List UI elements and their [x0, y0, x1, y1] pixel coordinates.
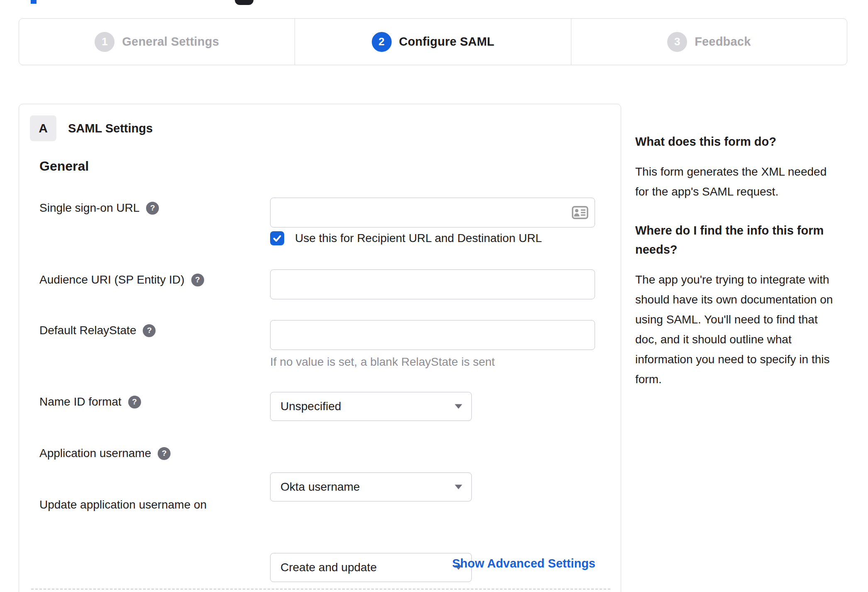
step-feedback[interactable]: 3 Feedback — [571, 19, 847, 65]
panel-section-dashed-divider — [31, 589, 610, 590]
relaystate-input-wrap — [270, 320, 595, 350]
audience-uri-label: Audience URI (SP Entity ID) — [39, 273, 185, 286]
sso-url-input-wrap — [270, 198, 595, 228]
panel-title: SAML Settings — [68, 115, 153, 141]
app-username-selected-value: Okta username — [280, 480, 360, 494]
step-label: Configure SAML — [399, 35, 495, 49]
audience-uri-input-wrap — [270, 269, 595, 299]
recipient-url-checkbox[interactable] — [270, 231, 284, 245]
help-icon[interactable]: ? — [146, 202, 159, 215]
sidebar-answer-1: This form generates the XML needed for t… — [635, 162, 848, 202]
clipped-header-logo-fragment — [31, 0, 37, 4]
chevron-down-icon — [455, 485, 462, 489]
relaystate-label-row: Default RelayState ? — [39, 324, 156, 337]
nameid-selected-value: Unspecified — [280, 400, 341, 413]
nameid-select[interactable]: Unspecified — [270, 392, 472, 421]
help-sidebar: What does this form do? This form genera… — [635, 132, 848, 409]
app-username-label: Application username — [39, 447, 151, 460]
help-icon[interactable]: ? — [143, 324, 156, 337]
sso-url-label-row: Single sign-on URL ? — [39, 201, 159, 215]
section-a-badge: A — [30, 115, 56, 141]
step-number-badge: 3 — [667, 32, 687, 52]
relaystate-input[interactable] — [270, 320, 595, 350]
help-icon[interactable]: ? — [128, 396, 141, 409]
step-number-badge: 2 — [372, 32, 392, 52]
step-label: Feedback — [695, 35, 751, 49]
sso-url-input[interactable] — [270, 198, 595, 228]
sso-url-label: Single sign-on URL — [39, 201, 139, 215]
step-number-badge: 1 — [95, 32, 115, 52]
sidebar-question-1: What does this form do? — [635, 132, 848, 151]
app-username-label-row: Application username ? — [39, 447, 171, 460]
update-username-label: Update application username on — [39, 498, 207, 511]
nameid-label-row: Name ID format ? — [39, 395, 141, 409]
sidebar-answer-2: The app you're trying to integrate with … — [635, 270, 848, 389]
audience-uri-label-row: Audience URI (SP Entity ID) ? — [39, 273, 204, 286]
step-configure-saml[interactable]: 2 Configure SAML — [295, 19, 571, 65]
checkmark-icon — [272, 233, 282, 243]
relaystate-hint: If no value is set, a blank RelayState i… — [270, 355, 495, 369]
show-advanced-settings-link[interactable]: Show Advanced Settings — [270, 557, 595, 570]
chevron-down-icon — [455, 404, 462, 409]
nameid-label: Name ID format — [39, 395, 122, 409]
recipient-url-checkbox-row: Use this for Recipient URL and Destinati… — [270, 231, 542, 245]
recipient-url-checkbox-label[interactable]: Use this for Recipient URL and Destinati… — [295, 232, 542, 245]
relaystate-label: Default RelayState — [39, 324, 136, 337]
help-icon[interactable]: ? — [191, 274, 204, 286]
audience-uri-input[interactable] — [270, 269, 595, 299]
app-username-select[interactable]: Okta username — [270, 472, 472, 501]
wizard-stepper: 1 General Settings 2 Configure SAML 3 Fe… — [19, 18, 847, 65]
step-general-settings[interactable]: 1 General Settings — [19, 19, 295, 65]
sidebar-question-2: Where do I find the info this form needs… — [635, 221, 848, 259]
help-icon[interactable]: ? — [158, 447, 171, 460]
general-section-heading: General — [39, 159, 89, 174]
step-label: General Settings — [122, 35, 219, 49]
update-username-label-row: Update application username on — [39, 498, 207, 511]
clipped-header-icon-fragment — [235, 0, 254, 5]
